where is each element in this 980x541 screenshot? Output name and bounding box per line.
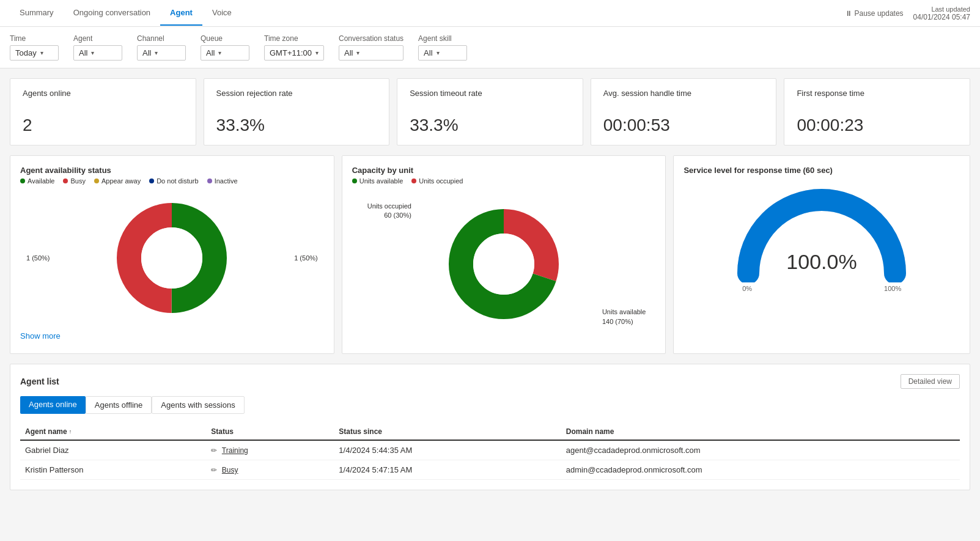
tab-voice[interactable]: Voice <box>202 1 241 26</box>
legend-inactive-label: Inactive <box>215 177 238 185</box>
agent-availability-legend: Available Busy Appear away Do not distur… <box>20 177 324 185</box>
agent-availability-chart: 1 (50%) 1 (50%) <box>20 191 324 325</box>
legend-units-occupied-dot <box>411 178 416 183</box>
legend-do-not-disturb-dot <box>149 178 154 183</box>
filter-value-2: All <box>142 48 151 57</box>
agent-table-header: Agent name ↑ Status Status since Domain … <box>20 424 960 440</box>
status-badge-0[interactable]: Training <box>222 446 248 455</box>
legend-available-dot <box>20 178 25 183</box>
chevron-down-icon: ▾ <box>40 50 43 56</box>
agent-list-section: Agent list Detailed view Agents online A… <box>10 364 970 490</box>
legend-inactive: Inactive <box>207 177 238 185</box>
detailed-view-button[interactable]: Detailed view <box>901 374 960 389</box>
chevron-down-icon: ▾ <box>437 50 440 56</box>
legend-inactive-dot <box>207 178 212 183</box>
tab-agents-offline[interactable]: Agents offline <box>86 396 152 414</box>
tab-agents-with-sessions[interactable]: Agents with sessions <box>152 396 244 414</box>
nav-right: ⏸ Pause updates Last updated 04/01/2024 … <box>845 6 970 21</box>
capacity-chart: Units occupied60 (30%) Units available14… <box>352 191 656 337</box>
filter-group-agent: AgentAll▾ <box>73 34 122 61</box>
chevron-down-icon: ▾ <box>218 50 221 56</box>
legend-do-not-disturb: Do not disturb <box>149 177 198 185</box>
table-row: Gabriel Diaz ✏ Training 1/4/2024 5:44:35… <box>20 440 960 460</box>
filter-select-0[interactable]: Today▾ <box>10 45 59 61</box>
agent-availability-donut <box>111 197 233 319</box>
edit-status-icon-0[interactable]: ✏ <box>211 446 217 455</box>
agent-tabs: Agents online Agents offline Agents with… <box>20 396 960 414</box>
gauge-min-label: 0% <box>742 285 752 292</box>
stat-first-response: First response time 00:00:23 <box>784 78 970 145</box>
tab-ongoing-conversation[interactable]: Ongoing conversation <box>64 1 160 26</box>
filter-group-queue: QueueAll▾ <box>201 34 249 61</box>
charts-row: Agent availability status Available Busy… <box>10 155 970 354</box>
col-agent-name: Agent name ↑ <box>20 424 206 440</box>
capacity-label-occupied: Units occupied60 (30%) <box>367 202 411 221</box>
filter-select-5[interactable]: All▾ <box>339 45 403 61</box>
stat-avg-handle-time-label: Avg. session handle time <box>603 89 764 98</box>
filter-group-time-zone: Time zoneGMT+11:00▾ <box>264 34 324 61</box>
tab-summary[interactable]: Summary <box>10 1 64 26</box>
filter-group-channel: ChannelAll▾ <box>137 34 186 61</box>
svg-text:100.0%: 100.0% <box>787 250 857 273</box>
edit-status-icon-1[interactable]: ✏ <box>211 466 217 474</box>
stat-first-response-value: 00:00:23 <box>797 116 957 135</box>
legend-units-available-dot <box>352 178 357 183</box>
show-more-button[interactable]: Show more <box>20 331 324 340</box>
agent-list-header: Agent list Detailed view <box>20 374 960 389</box>
filter-group-time: TimeToday▾ <box>10 34 59 61</box>
donut-label-right: 1 (50%) <box>294 254 318 262</box>
legend-units-occupied-label: Units occupied <box>419 177 463 185</box>
pause-icon: ⏸ <box>845 9 852 18</box>
stat-session-rejection: Session rejection rate 33.3% <box>204 78 390 145</box>
capacity-label-available: Units available140 (70%) <box>602 307 646 326</box>
service-level-title: Service level for response time (60 sec) <box>683 166 960 175</box>
cell-agent-name-0: Gabriel Diaz <box>20 440 206 460</box>
filter-label-5: Conversation status <box>339 34 403 43</box>
stat-avg-handle-time: Avg. session handle time 00:00:53 <box>591 78 777 145</box>
filter-label-0: Time <box>10 34 59 43</box>
pause-updates-button[interactable]: ⏸ Pause updates <box>845 9 904 18</box>
filter-label-3: Queue <box>201 34 249 43</box>
stat-session-rejection-label: Session rejection rate <box>216 89 377 98</box>
filter-group-agent-skill: Agent skillAll▾ <box>418 34 467 61</box>
filter-select-4[interactable]: GMT+11:00▾ <box>264 45 324 61</box>
filter-select-1[interactable]: All▾ <box>73 45 122 61</box>
chevron-down-icon: ▾ <box>91 50 94 56</box>
status-badge-1[interactable]: Busy <box>222 466 238 474</box>
sort-agent-name-icon: ↑ <box>69 429 72 435</box>
filter-select-2[interactable]: All▾ <box>137 45 186 61</box>
filter-group-conversation-status: Conversation statusAll▾ <box>339 34 403 61</box>
legend-units-available: Units available <box>352 177 403 185</box>
legend-units-occupied: Units occupied <box>411 177 463 185</box>
agent-availability-title: Agent availability status <box>20 166 324 175</box>
legend-busy-label: Busy <box>70 177 85 185</box>
filter-select-6[interactable]: All▾ <box>418 45 467 61</box>
legend-available-label: Available <box>28 177 54 185</box>
stat-agents-online: Agents online 2 <box>10 78 196 145</box>
col-domain-name: Domain name <box>561 424 960 440</box>
tab-agent[interactable]: Agent <box>160 1 202 26</box>
main-content: Agents online 2 Session rejection rate 3… <box>0 68 980 500</box>
table-row: Kristin Patterson ✏ Busy 1/4/2024 5:47:1… <box>20 460 960 480</box>
filters-bar: TimeToday▾AgentAll▾ChannelAll▾QueueAll▾T… <box>0 27 980 68</box>
agent-table: Agent name ↑ Status Status since Domain … <box>20 424 960 480</box>
legend-do-not-disturb-label: Do not disturb <box>157 177 198 185</box>
filter-select-3[interactable]: All▾ <box>201 45 249 61</box>
legend-appear-away-dot <box>94 178 99 183</box>
filter-value-0: Today <box>15 48 37 57</box>
cell-domain-0: agent@ccadadeprod.onmicrosoft.com <box>561 440 960 460</box>
col-status: Status <box>206 424 334 440</box>
legend-units-available-label: Units available <box>359 177 403 185</box>
capacity-card: Capacity by unit Units available Units o… <box>342 155 666 354</box>
pause-updates-label: Pause updates <box>855 9 904 18</box>
stat-avg-handle-time-value: 00:00:53 <box>603 116 764 135</box>
last-updated: Last updated 04/01/2024 05:47 <box>913 6 970 21</box>
capacity-title: Capacity by unit <box>352 166 656 175</box>
stat-session-rejection-value: 33.3% <box>216 116 377 135</box>
stats-row: Agents online 2 Session rejection rate 3… <box>10 78 970 145</box>
service-level-gauge: 100.0% 0% 100% <box>683 185 960 292</box>
gauge-svg: 100.0% <box>736 185 907 282</box>
tab-agents-online[interactable]: Agents online <box>20 396 86 414</box>
chevron-down-icon: ▾ <box>315 50 319 56</box>
filter-label-2: Channel <box>137 34 186 43</box>
